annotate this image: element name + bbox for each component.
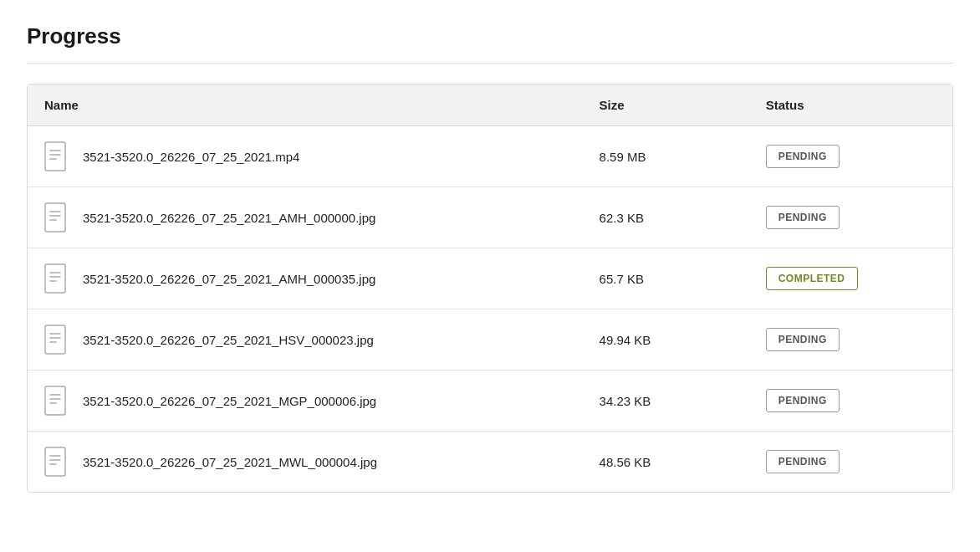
file-name-cell: 3521-3520.0_26226_07_25_2021_MWL_000004.… — [28, 432, 583, 493]
table-row: 3521-3520.0_26226_07_25_2021_MWL_000004.… — [28, 432, 952, 493]
file-size-cell: 34.23 KB — [583, 371, 749, 432]
file-name-text: 3521-3520.0_26226_07_25_2021_MWL_000004.… — [83, 455, 377, 469]
file-status-cell: PENDING — [749, 371, 952, 432]
file-status-cell: PENDING — [749, 126, 952, 187]
file-status-cell: PENDING — [749, 432, 952, 493]
page-title: Progress — [27, 23, 953, 64]
file-size-cell: 48.56 KB — [583, 432, 749, 493]
files-table: Name Size Status — [28, 84, 952, 492]
file-icon — [44, 202, 69, 233]
file-name-cell: 3521-3520.0_26226_07_25_2021_AMH_000035.… — [28, 248, 583, 309]
table-row: 3521-3520.0_26226_07_25_2021_AMH_000035.… — [28, 248, 952, 309]
file-icon — [44, 141, 69, 171]
file-name-text: 3521-3520.0_26226_07_25_2021_AMH_000000.… — [83, 211, 375, 225]
file-size-cell: 62.3 KB — [583, 187, 749, 248]
status-badge: PENDING — [766, 328, 840, 351]
status-badge: PENDING — [766, 145, 840, 168]
file-icon — [44, 325, 69, 355]
svg-rect-16 — [45, 386, 65, 415]
svg-rect-20 — [45, 447, 65, 476]
files-table-wrapper: Name Size Status — [27, 84, 953, 493]
file-icon — [44, 447, 69, 477]
svg-rect-12 — [45, 325, 65, 354]
file-icon — [44, 386, 69, 416]
table-row: 3521-3520.0_26226_07_25_2021_HSV_000023.… — [28, 309, 952, 371]
status-badge: PENDING — [766, 389, 840, 412]
status-badge: COMPLETED — [766, 267, 858, 290]
column-header-size: Size — [583, 84, 749, 126]
file-name-cell: 3521-3520.0_26226_07_25_2021.mp4 — [28, 126, 583, 187]
status-badge: PENDING — [766, 206, 840, 229]
column-header-name: Name — [28, 84, 583, 126]
svg-rect-8 — [45, 264, 65, 293]
table-header-row: Name Size Status — [28, 84, 952, 126]
file-status-cell: PENDING — [749, 187, 952, 248]
file-name-cell: 3521-3520.0_26226_07_25_2021_MGP_000006.… — [28, 371, 583, 432]
file-name-text: 3521-3520.0_26226_07_25_2021_MGP_000006.… — [83, 394, 376, 408]
file-size-cell: 65.7 KB — [583, 248, 749, 309]
file-size-cell: 49.94 KB — [583, 309, 749, 371]
file-name-text: 3521-3520.0_26226_07_25_2021_HSV_000023.… — [83, 333, 374, 347]
file-icon — [44, 263, 69, 294]
column-header-status: Status — [749, 84, 952, 126]
status-badge: PENDING — [766, 450, 840, 473]
file-name-text: 3521-3520.0_26226_07_25_2021_AMH_000035.… — [83, 272, 375, 286]
file-name-cell: 3521-3520.0_26226_07_25_2021_HSV_000023.… — [28, 309, 583, 371]
file-name-text: 3521-3520.0_26226_07_25_2021.mp4 — [83, 150, 299, 164]
svg-rect-0 — [45, 142, 65, 171]
table-row: 3521-3520.0_26226_07_25_2021.mp4 8.59 MB… — [28, 126, 952, 187]
table-row: 3521-3520.0_26226_07_25_2021_AMH_000000.… — [28, 187, 952, 248]
file-size-cell: 8.59 MB — [583, 126, 749, 187]
table-row: 3521-3520.0_26226_07_25_2021_MGP_000006.… — [28, 371, 952, 432]
file-status-cell: COMPLETED — [749, 248, 952, 309]
file-name-cell: 3521-3520.0_26226_07_25_2021_AMH_000000.… — [28, 187, 583, 248]
file-status-cell: PENDING — [749, 309, 952, 371]
page-container: Progress Name Size Status — [0, 0, 980, 516]
svg-rect-4 — [45, 203, 65, 232]
